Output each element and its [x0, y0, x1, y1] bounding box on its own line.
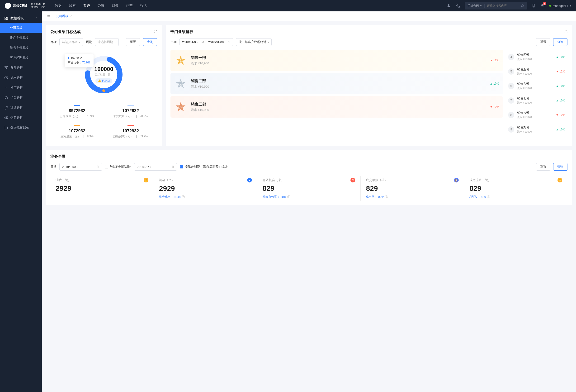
sidebar-item[interactable]: 漏斗分析 — [0, 63, 42, 73]
arrow-icon: ▼ — [556, 70, 559, 73]
cash-checkbox[interactable]: 按现金消费（返点后消费）统计 — [180, 165, 228, 169]
query-button[interactable]: 查询 — [553, 163, 568, 171]
sidebar-item[interactable]: 推广分析 — [0, 83, 42, 93]
search-box: 手机号码 ▾ — [465, 2, 527, 9]
search-icon[interactable] — [518, 4, 527, 8]
topnav-item[interactable]: 运营 — [126, 3, 133, 8]
arrow-icon: ▲ — [490, 82, 493, 85]
overview-metric: 成交单数（单）📋829成交率：80%? — [361, 176, 464, 201]
rank-index: 4 — [508, 54, 514, 60]
help-icon[interactable]: ? — [385, 195, 388, 198]
sidebar-header[interactable]: 数据看板 ⌃ — [0, 14, 42, 23]
query-button[interactable]: 查询 — [553, 38, 568, 46]
topnav-item[interactable]: 客户 — [83, 3, 90, 8]
mobile-icon[interactable] — [532, 3, 536, 8]
calendar-icon: 🗓 — [228, 40, 230, 44]
expand-icon[interactable]: ⛶ — [564, 30, 568, 34]
doc-icon — [4, 126, 8, 129]
chevron-down-icon: ▾ — [79, 41, 80, 43]
help-icon[interactable]: ? — [287, 195, 290, 198]
calendar-icon: 🗓 — [171, 165, 174, 169]
query-button[interactable]: 查询 — [143, 38, 157, 46]
metric-icon: ➤ — [247, 178, 252, 182]
help-icon[interactable]: ? — [182, 195, 185, 198]
rank-row: 8销售八部流水 ¥19020▼ 12% — [506, 108, 568, 122]
logo: 云朵CRM 教育机构一站 式服务云平台 — [5, 3, 45, 9]
dashboard-icon — [4, 16, 8, 20]
date-input-2[interactable]: 2018/01/08🗓 — [134, 163, 177, 171]
content: 公司看板 ✕ 公司业绩目标达成 ⛶ 目标 请选择目标▾ — [42, 11, 576, 392]
hamburger-icon[interactable] — [45, 15, 53, 18]
reset-button[interactable]: 重置 — [536, 163, 550, 171]
arrow-icon: ▼ — [490, 59, 493, 62]
sidebar-sub-item[interactable]: 推广主管看板 — [0, 33, 42, 43]
stat-bar — [127, 125, 134, 126]
arrow-icon: ▲ — [556, 99, 559, 102]
user-menu[interactable]: manager11 ▾ — [549, 4, 571, 8]
overview-metric: 机会（个）➤2929机会成本：¥948? — [154, 176, 257, 201]
groupby-select[interactable]: 按工单客户经理统计▾ — [236, 38, 272, 46]
target-select[interactable]: 请选择目标▾ — [59, 38, 83, 46]
notification-badge: 5 — [543, 2, 547, 5]
stat-cell: 1072932未完成量（元） | 20.9% — [104, 101, 157, 122]
sidebar-item[interactable]: 销售分析 — [0, 113, 42, 122]
topnav-item[interactable]: 线索 — [69, 3, 76, 8]
help-icon[interactable]: ? — [487, 195, 490, 198]
sidebar-sub-item[interactable]: 客户经理看板 — [0, 53, 42, 63]
rank-row: 6销售六部流水 ¥19020▲ 10% — [506, 79, 568, 93]
reset-button[interactable]: 重置 — [126, 38, 140, 46]
expand-icon[interactable]: ⛶ — [154, 30, 157, 34]
sidebar-item[interactable]: 数据流转记录 — [0, 122, 42, 133]
svg-rect-5 — [6, 17, 8, 18]
svg-rect-7 — [6, 19, 8, 20]
rank-row: 5销售五部流水 ¥19020▼ 12% — [506, 64, 568, 79]
stat-bar — [74, 105, 80, 106]
bell-icon[interactable]: 5 — [540, 3, 545, 8]
chart-icon — [4, 86, 8, 90]
topnav-item[interactable]: 公海 — [98, 3, 104, 8]
funnel-icon — [4, 66, 8, 70]
overview-card: 业务全景 日期 2018/01/08🗓 与其他时间对比 2018/01/08🗓 — [46, 150, 572, 205]
medal-icon: 1 — [174, 54, 187, 67]
tab-company-board[interactable]: 公司看板 ✕ — [53, 11, 76, 21]
svg-point-1 — [521, 4, 523, 7]
stat-cell: 8972932已完成量（元） | 70.9% — [50, 101, 104, 122]
donut-label: 目标总量（元） — [95, 73, 113, 77]
sidebar: 数据看板 ⌃ 公司看板推广主管看板销售主管看板客户经理看板 漏斗分析成本分析推广… — [0, 11, 42, 392]
topnav-item[interactable]: 报名 — [140, 3, 147, 8]
phone-icon[interactable] — [456, 3, 460, 8]
donut-total: 100000 — [94, 66, 113, 72]
sidebar-item[interactable]: 成本分析 — [0, 73, 42, 83]
svg-point-0 — [448, 4, 449, 6]
svg-rect-6 — [5, 19, 6, 20]
calendar-icon: 🗓 — [96, 165, 99, 169]
close-icon[interactable]: ✕ — [70, 14, 72, 18]
rank-row: 4销售四部流水 ¥19020▲ 10% — [506, 50, 568, 64]
date-input-1[interactable]: 2018/01/08🗓 — [59, 163, 102, 171]
date-range[interactable]: 2018/01/08 至 2018/01/08 🗓 — [179, 38, 233, 46]
checkbox-icon — [105, 165, 108, 168]
sidebar-sub-item[interactable]: 公司看板 — [0, 23, 42, 33]
period-select[interactable]: 请选择周期▾ — [95, 38, 119, 46]
compare-checkbox[interactable]: 与其他时间对比 — [105, 165, 131, 169]
topnav-item[interactable]: 财务 — [112, 3, 118, 8]
topnav-item[interactable]: 数据 — [55, 3, 61, 8]
headset-icon — [4, 96, 8, 99]
reset-button[interactable]: 重置 — [536, 38, 550, 46]
sidebar-sub-item[interactable]: 销售主管看板 — [0, 43, 42, 53]
person-icon[interactable] — [447, 3, 451, 8]
sidebar-item[interactable]: 渠道分析 — [0, 103, 42, 113]
metric-icon: 💰 — [144, 178, 148, 182]
search-input[interactable] — [485, 4, 518, 7]
target-card: 公司业绩目标达成 ⛶ 目标 请选择目标▾ 周期 请选择周期▾ 重置 — [46, 25, 162, 146]
sidebar-item[interactable]: 访客分析 — [0, 93, 42, 103]
stat-cell: 1072932超额完成（元） | 89.9% — [104, 122, 157, 142]
logo-icon — [5, 3, 11, 9]
thumb-icon: 👍 — [98, 79, 101, 82]
filter-label: 周期 — [86, 40, 92, 44]
trend-indicator: ▲ 10% — [556, 84, 565, 88]
checkbox-icon — [180, 165, 183, 168]
arrow-icon: ▼ — [556, 113, 559, 117]
search-type-select[interactable]: 手机号码 ▾ — [465, 4, 485, 8]
target-icon — [4, 116, 8, 120]
